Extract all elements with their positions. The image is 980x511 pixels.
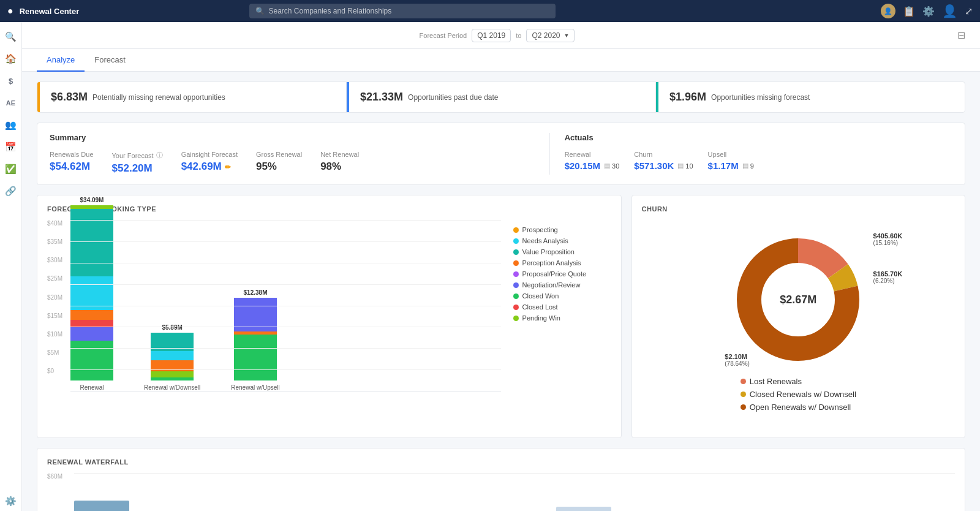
renewals-due-label: Renewals Due	[50, 151, 94, 158]
bar-segment-closed-won-2	[151, 377, 194, 380]
forecast-chart-card: FORECAST BY BOOKING TYPE $40M $35M $30M …	[37, 195, 622, 438]
bar-downsell: $5.89M Renewal w/Downsell	[144, 324, 200, 391]
legend-closed-lost-label: Closed Lost	[522, 303, 558, 311]
gainsight-forecast-value: $42.69M ✏	[181, 161, 238, 173]
y-axis-40m: $40M	[47, 220, 69, 227]
net-renewal-value: 98%	[320, 161, 359, 173]
forecast-period-label: Forecast Period	[420, 32, 467, 39]
wf-y-60m: $60M	[47, 473, 62, 480]
period-from: Q1 2019	[477, 31, 505, 40]
tab-analyze[interactable]: Analyze	[37, 49, 85, 72]
alert-missing-renewals[interactable]: $6.83M Potentially missing renewal oppor…	[37, 82, 347, 112]
alert-past-due[interactable]: $21.33M Opportunities past due date	[347, 82, 656, 112]
legend-proposal-price-quote-label: Proposal/Price Quote	[522, 270, 587, 278]
bar-segment-negotiation-3	[234, 298, 277, 331]
alert-past-due-label: Opportunities past due date	[408, 93, 498, 102]
sidebar-item-connections[interactable]: 🔗	[1, 181, 21, 201]
forecast-chart-title: FORECAST BY BOOKING TYPE	[47, 205, 611, 213]
alert-missing-forecast[interactable]: $1.96M Opportunities missing forecast	[656, 82, 965, 112]
bar-segment-value-2	[151, 333, 194, 351]
settings-icon[interactable]: ⚙️	[922, 6, 935, 17]
actual-upsell-label: Upsell	[708, 151, 754, 158]
legend-closed-won: Closed Won	[513, 292, 611, 300]
churn-legend-lost-label: Lost Renewals	[750, 377, 802, 386]
legend-value-proposition: Value Proposition	[513, 248, 611, 255]
waterfall-chart: $60M $50M $40M Renewals Due Rene	[74, 473, 955, 511]
bar-downsell-value: $5.89M	[162, 324, 182, 331]
churn-label-open: $405.60K (15.16%)	[873, 232, 903, 246]
period-to: Q2 2020	[532, 31, 560, 40]
churn-donut: $2.67M $405.60K (15.16%) $165.70K (6.20%…	[731, 232, 865, 367]
y-axis-15m: $15M	[47, 312, 69, 319]
legend-needs-analysis-label: Needs Analysis	[522, 237, 568, 244]
sidebar-item-search[interactable]: 🔍	[1, 27, 21, 47]
sidebar-item-revenue[interactable]: $	[1, 71, 21, 91]
expand-icon[interactable]: ⤢	[965, 6, 973, 17]
bar-upsell-label: Renewal w/Upsell	[231, 384, 279, 391]
sidebar-item-tasks[interactable]: ✅	[1, 159, 21, 179]
search-icon: 🔍	[255, 7, 265, 15]
alert-missing-forecast-label: Opportunities missing forecast	[711, 93, 810, 102]
gross-renewal-label: Gross Renewal	[256, 151, 302, 158]
bar-segment-closed-won-3	[234, 335, 277, 380]
bar-segment-perception-2	[151, 360, 194, 371]
summary-col-gainsight-forecast: Gainsight Forecast $42.69M ✏	[181, 151, 238, 175]
churn-label-closed: $165.70K (6.20%)	[873, 270, 903, 284]
wf-bar-renewals-due: Renewals Due	[74, 501, 129, 511]
tab-forecast[interactable]: Forecast	[85, 49, 135, 72]
top-nav-icons: 👤 📋 ⚙️ 👤 ⤢	[881, 4, 973, 18]
bar-segment-closed-won-1	[70, 341, 113, 380]
actual-churn-label: Churn	[634, 151, 693, 158]
bar-renewal-value: $34.09M	[80, 197, 104, 203]
waterfall-title: RENEWAL WATERFALL	[47, 458, 955, 466]
bar-upsell-value: $12.38M	[244, 289, 268, 296]
bar-downsell-label: Renewal w/Downsell	[144, 384, 200, 391]
bar-segment-perception-1	[70, 310, 113, 320]
forecast-legend: Prospecting Needs Analysis Value Proposi…	[513, 220, 611, 392]
actual-churn: Churn $571.30K ▤ 10	[634, 151, 693, 171]
churn-legend-open-downsell-label: Open Renewals w/ Downsell	[750, 403, 851, 412]
sidebar-item-settings[interactable]: ⚙️	[1, 491, 21, 511]
search-bar[interactable]: 🔍 Search Companies and Relationships	[249, 4, 556, 18]
bar-segment-needs-1	[70, 276, 113, 310]
sidebar-item-ae[interactable]: AE	[1, 93, 21, 113]
wf-bar-forecasted-total: Forecasted Total	[556, 507, 611, 511]
alert-past-due-amount: $21.33M	[360, 91, 403, 104]
legend-proposal-price-quote: Proposal/Price Quote	[513, 270, 611, 278]
period-to-selector[interactable]: Q2 2020 ▼	[526, 29, 575, 42]
sidebar-item-contacts[interactable]: 👥	[1, 115, 21, 135]
churn-chart-title: CHURN	[642, 205, 955, 213]
legend-negotiation-review-label: Negotiation/Review	[522, 281, 581, 289]
actual-renewal-label: Renewal	[565, 151, 620, 158]
docs-icon[interactable]: 📋	[903, 6, 915, 17]
app-title: Renewal Center	[20, 7, 80, 16]
bar-segment-value-1	[70, 209, 113, 276]
period-from-selector[interactable]: Q1 2019	[472, 29, 511, 42]
sidebar-item-calendar[interactable]: 📅	[1, 137, 21, 157]
actual-renewal: Renewal $20.15M ▤ 30	[565, 151, 620, 171]
actual-churn-badge: ▤ 10	[677, 162, 693, 170]
legend-value-proposition-label: Value Proposition	[522, 248, 575, 255]
gainsight-forecast-label: Gainsight Forecast	[181, 151, 238, 158]
bar-segment-closed-lost-1	[70, 320, 113, 327]
churn-label-lost: $2.10M (78.64%)	[725, 353, 750, 367]
user-icon[interactable]: 👤	[942, 4, 957, 18]
y-axis-5m: $5M	[47, 349, 69, 356]
legend-closed-lost: Closed Lost	[513, 303, 611, 311]
search-placeholder: Search Companies and Relationships	[268, 7, 391, 15]
summary-section: Summary Renewals Due $54.62M Your Foreca…	[37, 123, 965, 185]
bar-segment-needs-2	[151, 351, 194, 360]
legend-prospecting: Prospecting	[513, 226, 611, 233]
forecast-chart-content: $40M $35M $30M $25M $20M $15M $10M $5M $…	[47, 220, 611, 392]
chevron-down-icon: ▼	[564, 32, 570, 39]
tabs: Analyze Forecast	[22, 49, 980, 72]
legend-perception-analysis: Perception Analysis	[513, 259, 611, 267]
sidebar-item-home[interactable]: 🏠	[1, 49, 21, 69]
alert-missing-amount: $6.83M	[51, 91, 88, 104]
actuals-title: Actuals	[565, 133, 952, 142]
user-avatar[interactable]: 👤	[881, 4, 895, 18]
filter-icon[interactable]: ⊟	[957, 29, 965, 41]
bar-upsell: $12.38M Renewal w/Upsell	[231, 289, 279, 391]
summary-title: Summary	[50, 133, 535, 142]
app-logo: ●	[7, 6, 13, 17]
